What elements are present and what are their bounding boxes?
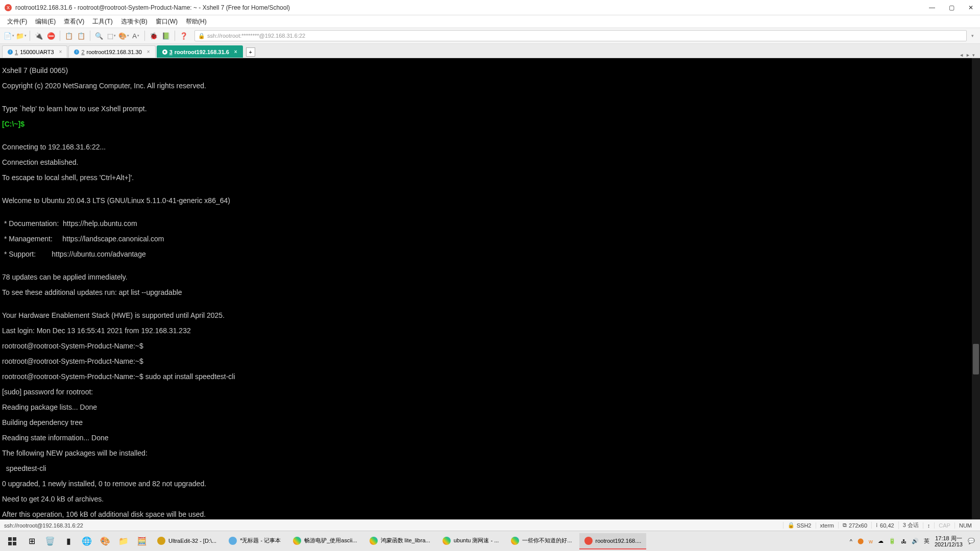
menu-help[interactable]: 帮助(H) bbox=[183, 16, 210, 27]
new-session-button[interactable]: 📄▾ bbox=[3, 30, 14, 41]
notifications-icon[interactable]: 💬 bbox=[968, 538, 975, 544]
size-icon: ⧉ bbox=[843, 522, 847, 529]
reconnect-button[interactable]: 🔌 bbox=[33, 30, 44, 41]
scrollbar-thumb[interactable] bbox=[973, 344, 979, 374]
status-protocol: 🔒SSH2 bbox=[783, 522, 816, 529]
taskbar-item-browser1[interactable]: 畅游电驴_使用ascii... bbox=[288, 533, 362, 549]
terminal-line: The following NEW packages will be insta… bbox=[2, 449, 978, 457]
terminal-line: Need to get 24.0 kB of archives. bbox=[2, 495, 978, 503]
taskbar-item-xshell[interactable]: rootroot192.168.... bbox=[579, 533, 647, 549]
tray-app-icon[interactable]: ⬤ bbox=[857, 538, 864, 544]
ultraedit-icon bbox=[157, 537, 165, 545]
chrome-icon bbox=[370, 537, 378, 545]
tab-label: rootroot192.168.31.30 bbox=[87, 49, 142, 55]
tray-app-icon[interactable]: w bbox=[869, 538, 873, 544]
taskbar-item-ultraedit[interactable]: UltraEdit-32 - [D:\... bbox=[152, 533, 222, 549]
notepad-icon bbox=[229, 537, 237, 545]
menubar: 文件(F) 编辑(E) 查看(V) 工具(T) 选项卡(B) 窗口(W) 帮助(… bbox=[0, 15, 980, 28]
pinned-chrome-icon[interactable]: 🌐 bbox=[78, 532, 96, 550]
tray-network-icon[interactable]: 🖧 bbox=[901, 538, 906, 544]
tab-prev-icon[interactable]: ◄ bbox=[959, 53, 964, 58]
menu-file[interactable]: 文件(F) bbox=[4, 16, 30, 27]
terminal-line: Last login: Mon Dec 13 16:55:41 2021 fro… bbox=[2, 327, 978, 335]
tab-close-icon[interactable]: × bbox=[59, 49, 62, 55]
taskbar-item-browser4[interactable]: 一些你不知道的好... bbox=[506, 533, 577, 549]
svg-rect-4 bbox=[8, 542, 12, 545]
close-button[interactable]: ✕ bbox=[966, 3, 976, 13]
status-size: ⧉ 272x60 bbox=[838, 522, 871, 529]
pinned-paint-icon[interactable]: 🎨 bbox=[96, 532, 114, 550]
system-tray: ^ ⬤ w ☁ 🔋 🖧 🔊 英 17:18 周一 2021/12/13 💬 bbox=[850, 535, 978, 547]
terminal-line: Connecting to 192.168.31.6:22... bbox=[2, 143, 978, 151]
terminal-line: Type `help' to learn how to use Xshell p… bbox=[2, 105, 978, 113]
paste-button[interactable]: 📋 bbox=[76, 30, 87, 41]
tab-label: 15000UART3 bbox=[20, 49, 54, 55]
tab-session-3[interactable]: ● 3 rootroot192.168.31.6 × bbox=[157, 45, 243, 58]
status-cursor-pos: ⁞ 60,42 bbox=[871, 522, 898, 529]
pinned-explorer-icon[interactable]: 📁 bbox=[114, 532, 133, 550]
terminal-line: [sudo] password for rootroot: bbox=[2, 388, 978, 396]
address-text: ssh://rootroot:********@192.168.31.6:22 bbox=[207, 33, 305, 39]
tray-ime-icon[interactable]: 英 bbox=[924, 537, 929, 545]
xftp-button[interactable]: 📗 bbox=[160, 30, 172, 41]
properties-button[interactable]: ⬚▾ bbox=[106, 30, 117, 41]
pinned-calc-icon[interactable]: 🧮 bbox=[133, 532, 151, 550]
toolbar-separator bbox=[175, 31, 175, 41]
tab-close-icon[interactable]: × bbox=[234, 49, 237, 55]
terminal-line: * Support: https://ubuntu.com/advantage bbox=[2, 251, 978, 258]
menu-tools[interactable]: 工具(T) bbox=[89, 16, 115, 27]
terminal-output[interactable]: Xshell 7 (Build 0065) Copyright (c) 2020… bbox=[0, 58, 980, 519]
help-button[interactable]: ❓ bbox=[178, 30, 189, 41]
taskbar-item-browser2[interactable]: 鸿蒙函数 lite_libra... bbox=[364, 533, 435, 549]
terminal-line: Reading state information... Done bbox=[2, 434, 978, 442]
windows-taskbar: ⊞ 🗑️ ▮ 🌐 🎨 📁 🧮 UltraEdit-32 - [D:\... *无… bbox=[0, 531, 980, 551]
tab-close-icon[interactable]: × bbox=[147, 49, 150, 55]
taskbar-item-browser3[interactable]: ubuntu 测网速 - ... bbox=[437, 533, 504, 549]
copy-button[interactable]: 📋 bbox=[63, 30, 75, 41]
terminal-line: Xshell 7 (Build 0065) bbox=[2, 67, 978, 74]
address-dropdown[interactable]: ▾ bbox=[968, 33, 977, 38]
terminal-line: 78 updates can be applied immediately. bbox=[2, 273, 978, 281]
terminal-scrollbar[interactable] bbox=[972, 58, 980, 519]
tab-label: rootroot192.168.31.6 bbox=[175, 49, 229, 55]
session-indicator-icon: ● bbox=[162, 49, 167, 55]
pinned-terminal-icon[interactable]: ▮ bbox=[59, 532, 78, 550]
find-button[interactable]: 🔍 bbox=[93, 30, 105, 41]
tab-next-icon[interactable]: ► bbox=[966, 53, 970, 58]
menu-tabs[interactable]: 选项卡(B) bbox=[118, 16, 151, 27]
status-num: NUM bbox=[954, 522, 976, 529]
start-button[interactable] bbox=[2, 531, 22, 552]
window-titlebar: X rootroot192.168.31.6 - rootroot@rootro… bbox=[0, 0, 980, 15]
svg-rect-5 bbox=[13, 542, 16, 545]
address-bar[interactable]: 🔒 ssh://rootroot:********@192.168.31.6:2… bbox=[194, 30, 967, 41]
transfer-button[interactable]: 🐞 bbox=[148, 30, 159, 41]
tab-number: 2 bbox=[81, 49, 84, 55]
tab-session-2[interactable]: ! 2 rootroot192.168.31.30 × bbox=[68, 45, 155, 58]
font-button[interactable]: A▾ bbox=[130, 30, 141, 41]
tray-onedrive-icon[interactable]: ☁ bbox=[878, 538, 884, 544]
open-session-button[interactable]: 📁▾ bbox=[15, 30, 27, 41]
task-view-icon[interactable]: ⊞ bbox=[22, 532, 41, 550]
tray-volume-icon[interactable]: 🔊 bbox=[912, 538, 919, 544]
new-tab-button[interactable]: + bbox=[246, 47, 255, 57]
disconnect-button[interactable]: ⛔ bbox=[45, 30, 57, 41]
tab-list-icon[interactable]: ▾ bbox=[972, 53, 975, 58]
svg-rect-3 bbox=[13, 537, 16, 541]
tab-session-1[interactable]: ! 1 15000UART3 × bbox=[2, 45, 67, 58]
terminal-line: speedtest-cli bbox=[2, 465, 978, 472]
taskbar-item-notepad[interactable]: *无标题 - 记事本 bbox=[224, 533, 286, 549]
menu-edit[interactable]: 编辑(E) bbox=[32, 16, 59, 27]
pinned-app-icon[interactable]: 🗑️ bbox=[41, 532, 59, 550]
taskbar-clock[interactable]: 17:18 周一 2021/12/13 bbox=[935, 535, 963, 547]
session-indicator-icon: ! bbox=[8, 49, 13, 55]
tray-overflow-icon[interactable]: ^ bbox=[850, 538, 852, 544]
status-termtype: xterm bbox=[816, 522, 839, 529]
maximize-button[interactable]: ▢ bbox=[946, 3, 957, 13]
minimize-button[interactable]: — bbox=[927, 3, 937, 13]
color-scheme-button[interactable]: 🎨▾ bbox=[118, 30, 129, 41]
menu-window[interactable]: 窗口(W) bbox=[153, 16, 181, 27]
chrome-icon bbox=[293, 537, 301, 545]
menu-view[interactable]: 查看(V) bbox=[61, 16, 87, 27]
tray-battery-icon[interactable]: 🔋 bbox=[889, 538, 896, 544]
lock-icon: 🔒 bbox=[198, 33, 205, 39]
